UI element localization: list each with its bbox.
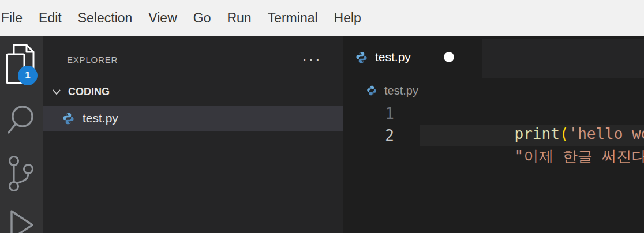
menu-bar: File Edit Selection View Go Run Terminal… xyxy=(0,0,644,36)
activity-bar: 1 xyxy=(0,36,43,233)
python-file-icon xyxy=(355,51,368,63)
code-editor[interactable]: 1 print('hello world') 2 "이제 한글 써진다." xyxy=(343,103,644,233)
chevron-down-icon xyxy=(50,85,63,98)
source-control-icon[interactable] xyxy=(6,154,38,198)
search-icon[interactable] xyxy=(5,104,35,142)
breadcrumb: test.py xyxy=(343,78,644,103)
code-line-2: 2 "이제 한글 써진다." xyxy=(343,125,644,146)
tab-testpy[interactable]: test.py xyxy=(343,36,480,78)
file-row-testpy[interactable]: test.py xyxy=(43,106,343,131)
python-file-icon xyxy=(366,85,377,96)
menu-edit[interactable]: Edit xyxy=(31,10,70,26)
tab-label: test.py xyxy=(375,50,411,64)
python-file-icon xyxy=(62,112,74,125)
line-number: 1 xyxy=(343,103,420,125)
menu-go[interactable]: Go xyxy=(185,10,219,26)
tab-strip-empty xyxy=(482,39,644,78)
run-debug-icon[interactable] xyxy=(7,209,39,233)
file-label: test.py xyxy=(83,111,118,125)
explorer-sidebar: EXPLORER ··· CODING test.py xyxy=(43,36,343,233)
sidebar-title: EXPLORER xyxy=(67,55,118,65)
editor-group: test.py test.py 1 print('hello world') 2… xyxy=(343,36,644,233)
folder-section-coding[interactable]: CODING xyxy=(43,83,343,100)
tab-bar: test.py xyxy=(343,36,644,78)
breadcrumb-item[interactable]: test.py xyxy=(384,84,418,97)
menu-terminal[interactable]: Terminal xyxy=(260,10,326,26)
sidebar-header: EXPLORER ··· xyxy=(43,36,343,68)
menu-selection[interactable]: Selection xyxy=(70,10,141,26)
more-actions-icon[interactable]: ··· xyxy=(302,57,321,62)
line-number: 2 xyxy=(343,125,420,146)
menu-run[interactable]: Run xyxy=(219,10,259,26)
code-token: "이제 한글 써진다." xyxy=(515,148,644,165)
folder-section-label: CODING xyxy=(68,86,110,98)
explorer-badge: 1 xyxy=(18,66,38,85)
menu-help[interactable]: Help xyxy=(326,10,369,26)
explorer-files-icon[interactable]: 1 xyxy=(5,44,36,85)
unsaved-dot-icon[interactable] xyxy=(444,52,454,62)
menu-view[interactable]: View xyxy=(140,10,185,26)
code-line-1: 1 print('hello world') xyxy=(343,103,644,125)
menu-file[interactable]: File xyxy=(0,10,31,26)
